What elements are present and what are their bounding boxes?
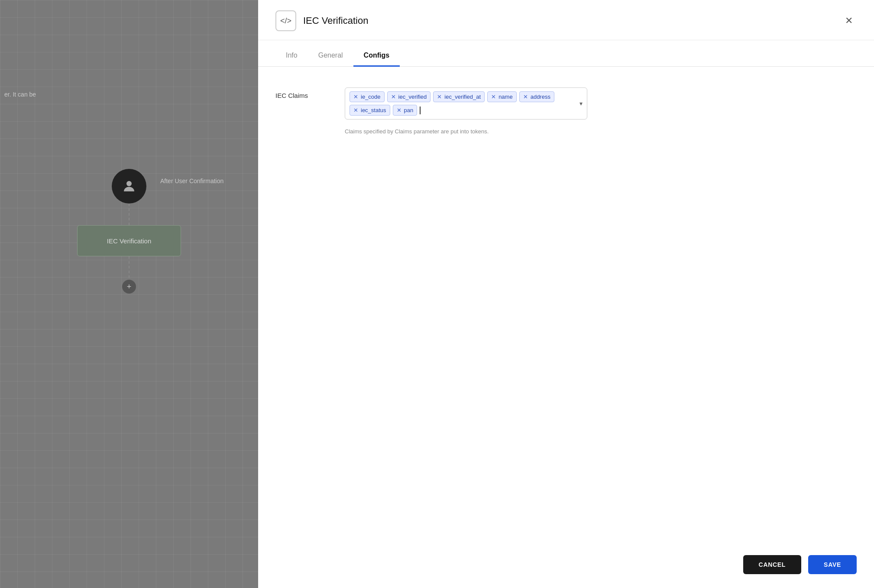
close-icon: ✕ xyxy=(845,15,853,26)
tag-remove-iec-verified[interactable]: ✕ xyxy=(391,94,396,100)
tag-iec-status[interactable]: ✕ iec_status xyxy=(350,105,390,116)
tag-remove-iec-verified-at[interactable]: ✕ xyxy=(437,94,442,100)
header-left: </> IEC Verification xyxy=(275,10,368,31)
background-text: er. It can be xyxy=(4,91,36,98)
modal-header: </> IEC Verification ✕ xyxy=(258,0,874,40)
tag-label-pan: pan xyxy=(404,107,414,113)
dropdown-arrow-icon[interactable]: ▾ xyxy=(579,100,583,107)
modal-title: IEC Verification xyxy=(303,15,368,26)
tag-remove-pan[interactable]: ✕ xyxy=(397,107,401,113)
iec-verification-node[interactable]: IEC Verification xyxy=(77,225,181,256)
svg-point-0 xyxy=(126,181,132,186)
user-icon xyxy=(121,178,137,194)
tab-general[interactable]: General xyxy=(308,44,353,67)
tag-remove-name[interactable]: ✕ xyxy=(491,94,496,100)
tag-address[interactable]: ✕ address xyxy=(519,91,554,102)
iec-claims-label: IEC Claims xyxy=(275,87,327,99)
close-button[interactable]: ✕ xyxy=(841,13,857,29)
helper-text: Claims specified by Claims parameter are… xyxy=(345,128,857,135)
tag-label-name: name xyxy=(499,94,513,100)
modal-footer: CANCEL SAVE xyxy=(258,541,874,588)
save-button[interactable]: SAVE xyxy=(808,555,857,574)
add-node-button[interactable]: + xyxy=(122,280,136,294)
tag-label-iec-verified: iec_verified xyxy=(398,94,427,100)
tag-pan[interactable]: ✕ pan xyxy=(393,105,418,116)
tab-configs[interactable]: Configs xyxy=(353,44,400,67)
tag-remove-iec-status[interactable]: ✕ xyxy=(353,107,358,113)
after-user-label: After User Confirmation xyxy=(160,178,223,184)
modal-content: IEC Claims ✕ ie_code ✕ iec_verified ✕ ie… xyxy=(258,67,874,541)
tab-info[interactable]: Info xyxy=(275,44,308,67)
tab-bar: Info General Configs xyxy=(258,44,874,67)
connector-line-top xyxy=(129,204,129,225)
tag-remove-address[interactable]: ✕ xyxy=(523,94,528,100)
grid-overlay xyxy=(0,0,258,588)
cancel-button[interactable]: CANCEL xyxy=(743,555,802,574)
connector-line-bottom xyxy=(129,256,129,278)
iec-claims-input[interactable]: ✕ ie_code ✕ iec_verified ✕ iec_verified_… xyxy=(345,87,587,120)
modal-panel: </> IEC Verification ✕ Info General Conf… xyxy=(258,0,874,588)
tag-label-iec-verified-at: iec_verified_at xyxy=(444,94,481,100)
background-panel: er. It can be IEC Verification + After U… xyxy=(0,0,258,588)
iec-claims-row: IEC Claims ✕ ie_code ✕ iec_verified ✕ ie… xyxy=(275,87,857,120)
tag-label-address: address xyxy=(531,94,550,100)
code-icon-box: </> xyxy=(275,10,296,31)
tag-label-ie-code: ie_code xyxy=(361,94,381,100)
user-node xyxy=(112,169,146,204)
tag-label-iec-status: iec_status xyxy=(361,107,386,113)
tag-name[interactable]: ✕ name xyxy=(487,91,517,102)
tag-iec-verified[interactable]: ✕ iec_verified xyxy=(387,91,431,102)
tag-ie-code[interactable]: ✕ ie_code xyxy=(350,91,385,102)
tag-iec-verified-at[interactable]: ✕ iec_verified_at xyxy=(433,91,485,102)
code-icon: </> xyxy=(280,16,291,26)
tag-remove-ie-code[interactable]: ✕ xyxy=(353,94,358,100)
text-cursor xyxy=(420,107,421,114)
